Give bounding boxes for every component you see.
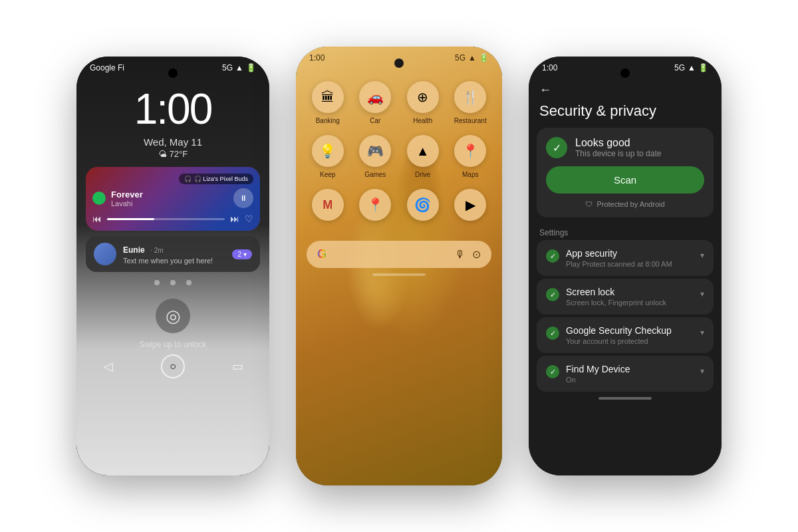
app-car[interactable]: 🚗 Car — [357, 81, 394, 124]
check-icon-screen-lock: ✓ — [546, 288, 559, 301]
notif-badge[interactable]: 2 ▾ — [232, 249, 252, 259]
fingerprint-area[interactable]: ◎ — [76, 299, 269, 333]
chevron-down-icon-3: ▾ — [700, 366, 704, 376]
chevron-down-icon: ▾ — [243, 251, 247, 258]
drive-label: Drive — [415, 171, 430, 178]
home-indicator-p2 — [372, 273, 426, 276]
phone-homescreen: 1:00 5G ▲ 🔋 🏛 Banking 🚗 Car — [296, 47, 502, 485]
app-gmail[interactable]: M — [309, 189, 346, 225]
find-device-sub: On — [566, 376, 694, 384]
app-security-sub: Play Protect scanned at 8:00 AM — [566, 260, 694, 268]
setting-text-find-device: Find My Device On — [566, 364, 694, 384]
progress-bar[interactable] — [107, 218, 225, 220]
checkup-sub: Your account is protected — [566, 337, 694, 345]
pixel-buds-label: 🎧 Liza's Pixel Buds — [194, 176, 248, 182]
app-grid: 🏛 Banking 🚗 Car ⊕ Health 🍴 Restaurant 💡 — [296, 70, 502, 235]
app-health[interactable]: ⊕ Health — [404, 81, 442, 124]
app-security-label: App security — [566, 248, 694, 259]
phone-lockscreen: Google Fi 5G ▲ 🔋 1:00 Wed, May 11 🌤 72°F… — [76, 57, 269, 475]
pinwheel-icon: 🌀 — [407, 189, 439, 221]
setting-text-checkup: Google Security Checkup Your account is … — [566, 325, 694, 345]
protected-row: 🛡 Protected by Android — [546, 200, 704, 208]
recents-nav-button[interactable]: ▭ — [225, 354, 249, 378]
spotify-icon — [92, 192, 106, 205]
app-drive[interactable]: ▲ Drive — [404, 135, 442, 178]
location-icon: 📍 — [359, 189, 391, 221]
phone-security: 1:00 5G ▲ 🔋 ← Security & privacy ✓ Looks… — [529, 57, 722, 475]
favorite-icon[interactable]: ♡ — [245, 213, 253, 224]
lock-time: 1:00 — [76, 84, 269, 134]
fingerprint-button[interactable]: ◎ — [156, 299, 190, 333]
scan-button[interactable]: Scan — [546, 166, 704, 194]
looks-good-text: Looks good This device is up to date — [575, 137, 661, 158]
time-label-p2: 1:00 — [309, 53, 325, 63]
chevron-down-icon-1: ▾ — [700, 289, 704, 299]
app-maps[interactable]: 📍 Maps — [452, 135, 489, 178]
app-keep[interactable]: 💡 Keep — [309, 135, 346, 178]
games-label: Games — [364, 171, 386, 178]
check-icon-find-device: ✓ — [546, 365, 559, 378]
banking-icon: 🏛 — [312, 81, 344, 113]
pixel-buds-badge: 🎧 🎧 Liza's Pixel Buds — [179, 174, 253, 184]
avatar — [94, 243, 116, 265]
setting-screen-lock[interactable]: ✓ Screen lock Screen lock, Fingerprint u… — [537, 279, 714, 315]
next-icon[interactable]: ⏭ — [230, 213, 239, 224]
gmail-icon: M — [312, 189, 344, 221]
keep-icon: 💡 — [312, 135, 344, 167]
signal-icon-p2: ▲ — [468, 53, 476, 63]
music-notification[interactable]: 🎧 🎧 Liza's Pixel Buds Forever Lavahi ⏸ ⏮ — [86, 167, 260, 231]
home-nav-button[interactable]: ○ — [161, 354, 185, 378]
app-youtube[interactable]: ▶ — [452, 189, 489, 225]
previous-icon[interactable]: ⏮ — [92, 213, 102, 224]
signal-label: 5G — [222, 63, 233, 72]
status-icons-p3: 5G ▲ 🔋 — [674, 63, 708, 72]
app-location[interactable]: 📍 — [357, 189, 394, 225]
setting-find-my-device[interactable]: ✓ Find My Device On ▾ — [537, 356, 714, 392]
device-status-subtitle: This device is up to date — [575, 149, 661, 158]
protected-text: Protected by Android — [597, 200, 664, 208]
maps-icon: 📍 — [454, 135, 486, 167]
page-title: Security & privacy — [529, 100, 722, 128]
search-bar[interactable]: G 🎙 ⊙ — [307, 241, 491, 268]
microphone-icon[interactable]: 🎙 — [455, 249, 466, 261]
notification-card[interactable]: Eunie · 2m Text me when you get here! 2 … — [86, 236, 260, 272]
battery-icon: 🔋 — [246, 63, 256, 72]
home-indicator-p3 — [598, 397, 652, 400]
chevron-down-icon-2: ▾ — [700, 328, 704, 337]
notif-count: 2 — [237, 251, 241, 258]
checkup-label: Google Security Checkup — [566, 325, 694, 336]
time-label-p3: 1:00 — [542, 63, 557, 72]
music-artist: Lavahi — [111, 200, 228, 207]
carrier-label: Google Fi — [90, 63, 124, 72]
check-icon-app-security: ✓ — [546, 249, 559, 263]
looks-good-row: ✓ Looks good This device is up to date — [546, 137, 704, 158]
app-restaurant[interactable]: 🍴 Restaurant — [452, 81, 489, 124]
music-title: Forever — [111, 190, 228, 200]
car-label: Car — [370, 117, 380, 124]
setting-app-security[interactable]: ✓ App security Play Protect scanned at 8… — [537, 240, 714, 276]
pause-button[interactable]: ⏸ — [233, 188, 253, 208]
app-banking[interactable]: 🏛 Banking — [309, 81, 346, 124]
games-icon: 🎮 — [359, 135, 391, 167]
app-pinwheel[interactable]: 🌀 — [404, 189, 442, 225]
app-games[interactable]: 🎮 Games — [357, 135, 394, 178]
setting-text-app-security: App security Play Protect scanned at 8:0… — [566, 248, 694, 268]
looks-good-title: Looks good — [575, 137, 661, 149]
google-logo: G — [317, 247, 327, 261]
battery-icon-p3: 🔋 — [698, 63, 708, 72]
find-device-label: Find My Device — [566, 364, 694, 374]
settings-section-label: Settings — [529, 223, 722, 240]
setting-text-screen-lock: Screen lock Screen lock, Fingerprint unl… — [566, 287, 694, 307]
setting-security-checkup[interactable]: ✓ Google Security Checkup Your account i… — [537, 317, 714, 353]
nav-bar: ◁ ○ ▭ — [76, 349, 269, 381]
back-nav-button[interactable]: ◁ — [96, 354, 120, 378]
status-icons-p2: 5G ▲ 🔋 — [455, 53, 489, 63]
health-label: Health — [413, 117, 432, 124]
lens-icon[interactable]: ⊙ — [472, 248, 481, 261]
dot-camera — [170, 280, 176, 285]
check-icon-checkup: ✓ — [546, 327, 559, 340]
youtube-icon: ▶ — [454, 189, 486, 221]
back-button[interactable]: ← — [529, 80, 722, 100]
front-camera — [168, 68, 178, 78]
maps-label: Maps — [462, 171, 478, 178]
